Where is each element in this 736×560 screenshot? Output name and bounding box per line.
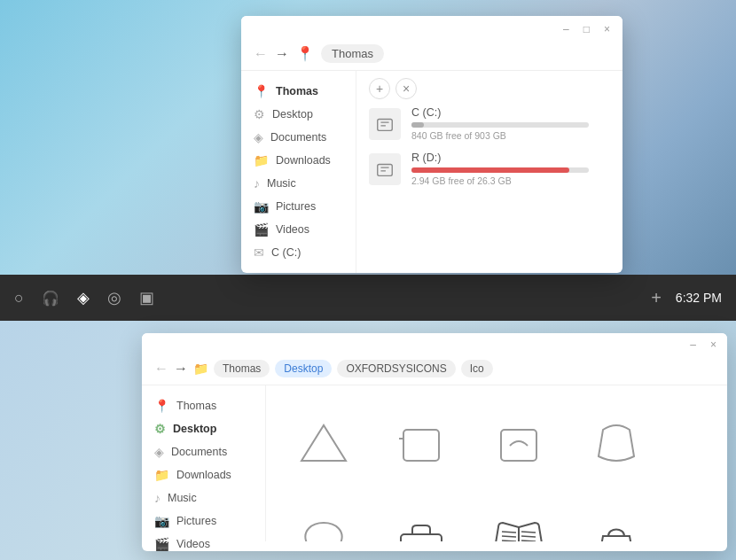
folder-icon-bottom: 📁 <box>193 362 208 376</box>
icons-grid <box>266 385 727 541</box>
image-icon[interactable]: ▣ <box>139 288 154 307</box>
breadcrumb-desktop[interactable]: Desktop <box>275 360 332 377</box>
icon-briefcase[interactable] <box>372 492 470 541</box>
add-drive-button[interactable]: + <box>369 78 390 99</box>
documents-icon-top: ◈ <box>254 130 263 144</box>
sidebar-item-documents-top[interactable]: ◈ Documents <box>241 126 356 149</box>
window-bottom-body: 📍 Thomas ⚙ Desktop ◈ Documents 📁 Downloa… <box>142 385 727 541</box>
drive-c-bar-bg <box>411 122 589 128</box>
minimize-button-bottom[interactable]: – <box>686 337 700 353</box>
drive-r-bar-bg <box>411 167 589 173</box>
circle-icon[interactable]: ○ <box>14 289 24 307</box>
taskbar-icons: ○ 🎧 ◈ ◎ ▣ <box>14 288 651 307</box>
sidebar-item-thomas-bottom[interactable]: 📍 Thomas <box>142 394 265 417</box>
desktop-label-bottom: Desktop <box>173 423 216 435</box>
file-manager-window-top: – □ × ← → 📍 Thomas 📍 Thomas ⚙ Desktop ◈ … <box>241 16 622 273</box>
drive-r-size: 2.94 GB free of 26.3 GB <box>411 175 610 186</box>
icon-cell-3[interactable] <box>470 394 568 492</box>
pictures-label-bottom: Pictures <box>176 515 216 527</box>
thomas-label-top: Thomas <box>276 85 318 97</box>
maximize-button-top[interactable]: □ <box>580 21 593 37</box>
videos-icon-top: 🎬 <box>254 222 269 237</box>
toolbar-top: ← → 📍 Thomas <box>241 41 622 71</box>
back-button-bottom[interactable]: ← <box>154 361 168 377</box>
breadcrumb-oxfordsysicons[interactable]: OXFORDSYSICONS <box>337 360 455 377</box>
downloads-icon-top: 📁 <box>254 153 269 167</box>
sidebar-item-c-top[interactable]: ✉ C (C:) <box>241 241 356 264</box>
sidebar-item-documents-bottom[interactable]: ◈ Documents <box>142 440 265 463</box>
drive-r-info: R (D:) 2.94 GB free of 26.3 GB <box>411 152 610 186</box>
close-button-top[interactable]: × <box>600 21 614 37</box>
close-button-bottom[interactable]: × <box>707 337 720 353</box>
icon-cell-1[interactable] <box>275 394 372 492</box>
pictures-icon-top: 📷 <box>254 199 269 214</box>
svg-rect-2 <box>403 430 439 461</box>
sidebar-item-downloads-top[interactable]: 📁 Downloads <box>241 149 356 172</box>
sidebar-item-pictures-bottom[interactable]: 📷 Pictures <box>142 509 265 533</box>
thomas-label-bottom: Thomas <box>176 400 216 412</box>
music-label-bottom: Music <box>168 492 197 504</box>
desktop-icon-top: ⚙ <box>254 107 265 121</box>
breadcrumb-thomas[interactable]: Thomas <box>214 360 270 377</box>
icon-shopping-bag[interactable] <box>568 492 665 541</box>
videos-label-top: Videos <box>276 223 309 236</box>
forward-button-bottom[interactable]: → <box>174 361 188 377</box>
sidebar-item-pictures-top[interactable]: 📷 Pictures <box>241 195 356 218</box>
documents-label-bottom: Documents <box>171 446 227 458</box>
main-content-top: + × C (C:) 840 GB free of 903 GB <box>356 71 622 273</box>
location-pill-top[interactable]: Thomas <box>321 44 384 63</box>
downloads-label-bottom: Downloads <box>176 469 231 481</box>
forward-button-top[interactable]: → <box>275 46 289 62</box>
icon-open-book[interactable] <box>470 492 568 541</box>
music-icon-top: ♪ <box>254 176 260 191</box>
drive-c-icon <box>369 108 401 140</box>
icon-cell-5[interactable] <box>275 492 372 541</box>
sidebar-item-thomas-top[interactable]: 📍 Thomas <box>241 80 356 103</box>
drive-c-size: 840 GB free of 903 GB <box>411 130 610 141</box>
svg-rect-0 <box>378 119 393 130</box>
music-label-top: Music <box>267 177 296 190</box>
sidebar-item-desktop-top[interactable]: ⚙ Desktop <box>241 103 356 126</box>
taskbar: ○ 🎧 ◈ ◎ ▣ + 6:32 PM <box>0 275 736 321</box>
drive-c-name: C (C:) <box>411 106 610 119</box>
taskbar-add-button[interactable]: + <box>651 288 662 308</box>
svg-rect-3 <box>501 430 536 461</box>
compass-icon[interactable]: ◎ <box>107 288 121 307</box>
drive-c-bar-fill <box>411 122 424 128</box>
c-drive-label-top: C (C:) <box>271 246 301 259</box>
sidebar-item-music-bottom[interactable]: ♪ Music <box>142 486 265 509</box>
drive-c-item[interactable]: C (C:) 840 GB free of 903 GB <box>369 106 610 141</box>
location-icon-top: 📍 <box>296 45 314 62</box>
thomas-icon-top: 📍 <box>254 84 269 98</box>
documents-icon-bottom: ◈ <box>154 445 164 459</box>
taskbar-right: + 6:32 PM <box>651 288 722 308</box>
icon-cell-2[interactable] <box>372 394 470 492</box>
sidebar-item-desktop-bottom[interactable]: ⚙ Desktop <box>142 417 265 440</box>
svg-line-10 <box>521 536 536 537</box>
thomas-icon-bottom: 📍 <box>154 399 169 413</box>
sidebar-item-videos-top[interactable]: 🎬 Videos <box>241 218 356 241</box>
layers-icon[interactable]: ◈ <box>77 288 90 307</box>
drive-r-item[interactable]: R (D:) 2.94 GB free of 26.3 GB <box>369 152 610 186</box>
svg-line-7 <box>502 536 516 537</box>
sidebar-item-downloads-bottom[interactable]: 📁 Downloads <box>142 463 265 486</box>
breadcrumb-ico[interactable]: Ico <box>461 360 493 377</box>
remove-drive-button[interactable]: × <box>395 78 417 99</box>
titlebar-bottom: – × <box>142 333 727 356</box>
headphone-icon[interactable]: 🎧 <box>42 290 59 307</box>
music-icon-bottom: ♪ <box>154 491 161 505</box>
back-button-top[interactable]: ← <box>254 46 268 62</box>
sidebar-top: 📍 Thomas ⚙ Desktop ◈ Documents 📁 Downloa… <box>241 71 356 273</box>
svg-line-11 <box>521 541 536 541</box>
downloads-label-top: Downloads <box>276 154 331 167</box>
icon-cell-4[interactable] <box>568 394 665 492</box>
downloads-icon-bottom: 📁 <box>154 468 169 482</box>
titlebar-top: – □ × <box>241 16 622 41</box>
c-drive-icon-top: ✉ <box>254 245 264 260</box>
taskbar-time: 6:32 PM <box>676 291 722 305</box>
videos-label-bottom: Videos <box>176 538 210 550</box>
sidebar-item-videos-bottom[interactable]: 🎬 Videos <box>142 533 265 551</box>
sidebar-item-music-top[interactable]: ♪ Music <box>241 172 356 195</box>
drive-r-icon <box>369 153 401 185</box>
minimize-button-top[interactable]: – <box>560 21 573 37</box>
